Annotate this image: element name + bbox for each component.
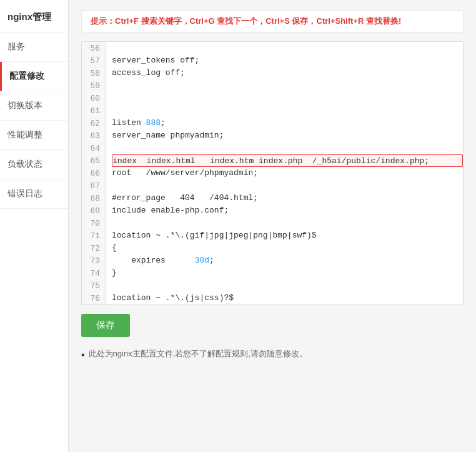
line-num-72: 72 bbox=[82, 242, 105, 254]
code-line-59 bbox=[112, 79, 463, 92]
code-line-65: index index.html index.htm index.php /_h… bbox=[112, 154, 463, 167]
code-line-61 bbox=[112, 104, 463, 117]
line-num-62: 62 bbox=[82, 117, 105, 129]
code-line-66: root /www/server/phpmyadmin; bbox=[112, 167, 463, 179]
code-line-58: access_log off; bbox=[112, 67, 463, 79]
sidebar: nginx管理 服务配置修改切换版本性能调整负载状态错误日志 bbox=[0, 0, 69, 452]
notice-text: 此处为nginx主配置文件,若您不了解配置规则,请勿随意修改。 bbox=[89, 348, 307, 359]
line-num-68: 68 bbox=[82, 192, 105, 204]
sidebar-item-error[interactable]: 错误日志 bbox=[0, 179, 68, 209]
code-line-72: { bbox=[112, 242, 463, 254]
code-line-70 bbox=[112, 217, 463, 229]
sidebar-item-switch[interactable]: 切换版本 bbox=[0, 91, 68, 121]
code-line-75 bbox=[112, 279, 463, 292]
code-lines[interactable]: server_tokens off;access_log off;listen … bbox=[106, 42, 463, 304]
line-num-67: 67 bbox=[82, 179, 105, 192]
sidebar-item-perf[interactable]: 性能调整 bbox=[0, 121, 68, 150]
line-num-69: 69 bbox=[82, 204, 105, 217]
code-line-56 bbox=[112, 42, 463, 54]
line-num-73: 73 bbox=[82, 254, 105, 267]
line-num-60: 60 bbox=[82, 92, 105, 104]
code-line-62: listen 888; bbox=[112, 117, 463, 129]
save-button[interactable]: 保存 bbox=[81, 314, 130, 337]
sidebar-item-load[interactable]: 负载状态 bbox=[0, 150, 68, 179]
line-num-76: 76 bbox=[82, 292, 105, 304]
notice-area: • 此处为nginx主配置文件,若您不了解配置规则,请勿随意修改。 bbox=[81, 348, 464, 362]
line-num-65: 65 bbox=[82, 154, 105, 167]
code-line-64 bbox=[112, 142, 463, 154]
layout: nginx管理 服务配置修改切换版本性能调整负载状态错误日志 提示：Ctrl+F… bbox=[0, 0, 476, 452]
hint-bar: 提示：Ctrl+F 搜索关键字，Ctrl+G 查找下一个，Ctrl+S 保存，C… bbox=[81, 10, 464, 33]
sidebar-nav: 服务配置修改切换版本性能调整负载状态错误日志 bbox=[0, 33, 68, 209]
sidebar-title: nginx管理 bbox=[0, 0, 68, 33]
code-line-71: location ~ .*\.(gif|jpg|jpeg|png|bmp|swf… bbox=[112, 229, 463, 242]
line-num-56: 56 bbox=[82, 42, 105, 54]
code-line-73: expires 30d; bbox=[112, 254, 463, 267]
sidebar-item-service[interactable]: 服务 bbox=[0, 33, 68, 62]
line-num-71: 71 bbox=[82, 229, 105, 242]
code-line-63: server_name phpmyadmin; bbox=[112, 129, 463, 142]
line-num-59: 59 bbox=[82, 79, 105, 92]
code-line-76: location ~ .*\.(js|css)?$ bbox=[112, 292, 463, 304]
line-num-74: 74 bbox=[82, 267, 105, 279]
line-num-61: 61 bbox=[82, 104, 105, 117]
line-num-70: 70 bbox=[82, 217, 105, 229]
line-num-57: 57 bbox=[82, 54, 105, 67]
code-line-67 bbox=[112, 179, 463, 192]
sidebar-item-config[interactable]: 配置修改 bbox=[0, 62, 68, 91]
code-editor: 5657585960616263646566676869707172737475… bbox=[81, 41, 464, 305]
code-area: 5657585960616263646566676869707172737475… bbox=[82, 42, 463, 304]
editor-scroll[interactable]: 5657585960616263646566676869707172737475… bbox=[82, 42, 463, 304]
line-numbers: 5657585960616263646566676869707172737475… bbox=[82, 42, 106, 304]
line-num-64: 64 bbox=[82, 142, 105, 154]
notice-bullet: • bbox=[81, 348, 85, 362]
line-num-75: 75 bbox=[82, 279, 105, 292]
line-num-66: 66 bbox=[82, 167, 105, 179]
line-num-63: 63 bbox=[82, 129, 105, 142]
code-line-57: server_tokens off; bbox=[112, 54, 463, 67]
hint-text: 提示：Ctrl+F 搜索关键字，Ctrl+G 查找下一个，Ctrl+S 保存，C… bbox=[91, 16, 401, 26]
code-line-74: } bbox=[112, 267, 463, 279]
line-num-58: 58 bbox=[82, 67, 105, 79]
code-line-69: include enable-php.conf; bbox=[112, 204, 463, 217]
code-line-68: #error_page 404 /404.html; bbox=[112, 192, 463, 204]
main-content: 提示：Ctrl+F 搜索关键字，Ctrl+G 查找下一个，Ctrl+S 保存，C… bbox=[69, 0, 476, 452]
code-line-60 bbox=[112, 92, 463, 104]
